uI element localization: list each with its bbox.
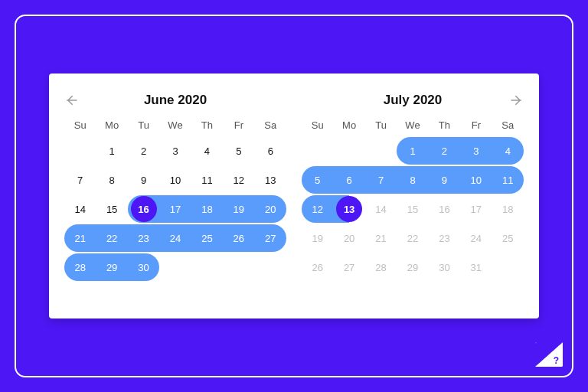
day-cell[interactable]: 21 <box>64 224 96 252</box>
weekday-row: Su Mo Tu We Th Fr Sa <box>64 119 286 131</box>
day-cell[interactable]: 8 <box>397 166 428 194</box>
help-button[interactable]: ? <box>534 341 564 368</box>
day-cell[interactable]: 30 <box>128 253 159 281</box>
day-cell[interactable]: 6 <box>333 166 364 194</box>
day-cell[interactable]: 7 <box>365 166 397 194</box>
day-cell[interactable]: 25 <box>492 224 524 252</box>
day-cell[interactable]: 21 <box>365 224 397 252</box>
day-cell[interactable]: 4 <box>492 137 524 165</box>
day-cell[interactable]: 3 <box>460 137 492 165</box>
day-cell[interactable]: 29 <box>96 253 127 281</box>
day-cell[interactable]: 27 <box>255 224 286 252</box>
day-cell[interactable]: 2 <box>128 137 159 165</box>
day-cell[interactable]: 26 <box>223 224 254 252</box>
day-cell[interactable]: 13 <box>333 195 364 223</box>
day-cell[interactable]: 24 <box>460 224 492 252</box>
prev-month-button[interactable] <box>61 90 81 110</box>
day-cell[interactable]: 15 <box>397 195 428 223</box>
day-cell[interactable]: 16 <box>429 195 460 223</box>
day-cell[interactable]: 11 <box>492 166 524 194</box>
day-cell[interactable]: 6 <box>255 137 286 165</box>
day-cell[interactable]: 10 <box>159 166 191 194</box>
day-cell[interactable]: 28 <box>64 253 96 281</box>
day-cell[interactable]: 15 <box>96 195 127 223</box>
day-empty <box>255 253 286 281</box>
weekday: We <box>159 119 191 131</box>
day-cell[interactable]: 19 <box>302 224 333 252</box>
day-cell[interactable]: 17 <box>460 195 492 223</box>
weekday: Fr <box>460 119 492 131</box>
help-icon: ? <box>554 355 559 366</box>
weekday: Sa <box>492 119 524 131</box>
day-cell[interactable]: 17 <box>159 195 191 223</box>
day-cell[interactable]: 20 <box>255 195 286 223</box>
day-cell[interactable]: 11 <box>191 166 223 194</box>
month-right: July 2020 Su Mo Tu We Th Fr Sa 123456789… <box>302 90 524 306</box>
day-cell[interactable]: 31 <box>460 253 492 281</box>
day-cell[interactable]: 25 <box>191 224 223 252</box>
day-empty <box>159 253 191 281</box>
day-cell[interactable]: 12 <box>223 166 254 194</box>
day-cell[interactable]: 1 <box>96 137 127 165</box>
day-cell[interactable]: 18 <box>492 195 524 223</box>
day-cell[interactable]: 3 <box>159 137 191 165</box>
day-cell[interactable]: 9 <box>429 166 460 194</box>
week-row: 19202122232425 <box>302 224 524 252</box>
day-cell[interactable]: 14 <box>365 195 397 223</box>
week-row: 123456 <box>64 137 286 165</box>
day-cell[interactable]: 19 <box>223 195 254 223</box>
month-title: July 2020 <box>384 93 443 108</box>
week-row: 282930 <box>64 253 286 281</box>
day-cell[interactable]: 12 <box>302 195 333 223</box>
day-cell[interactable]: 26 <box>302 253 333 281</box>
weekday: Tu <box>365 119 397 131</box>
day-cell[interactable]: 20 <box>333 224 364 252</box>
day-cell[interactable]: 29 <box>397 253 428 281</box>
weekday: Mo <box>96 119 127 131</box>
day-cell[interactable]: 22 <box>96 224 127 252</box>
day-cell[interactable]: 5 <box>302 166 333 194</box>
weekday-row: Su Mo Tu We Th Fr Sa <box>302 119 524 131</box>
day-cell[interactable]: 9 <box>128 166 159 194</box>
week-row: 567891011 <box>302 166 524 194</box>
day-cell[interactable]: 2 <box>429 137 460 165</box>
day-cell[interactable]: 5 <box>223 137 254 165</box>
weekday: Mo <box>333 119 364 131</box>
week-row: 78910111213 <box>64 166 286 194</box>
month-grid: 1234567891011121314151617181920212223242… <box>302 137 524 281</box>
day-cell[interactable]: 1 <box>397 137 428 165</box>
day-cell[interactable]: 28 <box>365 253 397 281</box>
day-cell[interactable]: 13 <box>255 166 286 194</box>
weekday: Su <box>302 119 333 131</box>
weekday: Th <box>191 119 223 131</box>
day-empty <box>492 253 524 281</box>
day-cell[interactable]: 23 <box>429 224 460 252</box>
week-row: 14151617181920 <box>64 195 286 223</box>
weekday: Fr <box>223 119 254 131</box>
weekday: Th <box>429 119 460 131</box>
day-empty <box>223 253 254 281</box>
day-cell[interactable]: 10 <box>460 166 492 194</box>
weekday: Su <box>64 119 96 131</box>
month-left: June 2020 Su Mo Tu We Th Fr Sa 123456789… <box>64 90 286 306</box>
day-cell[interactable]: 23 <box>128 224 159 252</box>
day-cell[interactable]: 24 <box>159 224 191 252</box>
day-cell[interactable]: 27 <box>333 253 364 281</box>
week-row: 1234 <box>302 137 524 165</box>
day-empty <box>302 137 333 165</box>
next-month-button[interactable] <box>507 90 527 110</box>
day-cell[interactable]: 30 <box>429 253 460 281</box>
outer-frame: June 2020 Su Mo Tu We Th Fr Sa 123456789… <box>15 15 573 377</box>
day-cell[interactable]: 22 <box>397 224 428 252</box>
day-cell[interactable]: 7 <box>64 166 96 194</box>
day-cell[interactable]: 14 <box>64 195 96 223</box>
day-cell[interactable]: 8 <box>96 166 127 194</box>
day-empty <box>333 137 364 165</box>
day-cell[interactable]: 18 <box>191 195 223 223</box>
month-grid: 1234567891011121314151617181920212223242… <box>64 137 286 281</box>
week-row: 262728293031 <box>302 253 524 281</box>
day-cell[interactable]: 4 <box>191 137 223 165</box>
day-empty <box>365 137 397 165</box>
day-empty <box>191 253 223 281</box>
day-cell[interactable]: 16 <box>128 195 159 223</box>
